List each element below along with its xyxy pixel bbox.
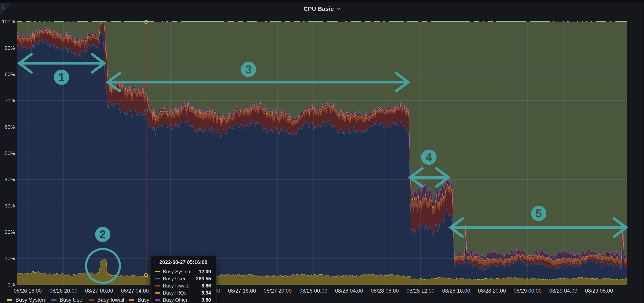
svg-text:4: 4	[426, 151, 432, 164]
callout-badge-2: 2	[95, 227, 110, 242]
legend-label: Busy Iowait	[97, 297, 124, 303]
y-tick-label: 30%	[0, 202, 15, 209]
tooltip-series-label: Busy IRQs:	[163, 290, 201, 296]
y-tick-label: 90%	[0, 45, 15, 51]
legend: Busy SystemBusy UserBusy IowaitBusy IRQs	[7, 297, 163, 303]
tooltip-series-value: 0.80	[201, 297, 211, 303]
tooltip-series-value: 12.09	[198, 269, 211, 274]
legend-item-busy-user[interactable]: Busy User	[51, 297, 84, 303]
tooltip-rows: Busy System:12.09Busy User:283.55Busy Io…	[150, 268, 216, 303]
chevron-down-icon	[336, 8, 340, 10]
svg-text:1: 1	[58, 71, 65, 84]
x-tick-label: 08/29 08:00	[578, 288, 620, 294]
hover-tooltip: 2022-08-27 05:16:00 Busy System:12.09Bus…	[150, 256, 216, 303]
tooltip-series-swatch	[155, 271, 160, 272]
y-tick-label: 50%	[0, 150, 15, 156]
y-tick-label: 10%	[0, 255, 15, 262]
tooltip-series-label: Busy User:	[163, 276, 196, 282]
tooltip-row: Busy Iowait:8.66	[150, 282, 216, 289]
legend-label: Busy User	[60, 297, 84, 303]
tooltip-series-value: 3.94	[201, 290, 211, 296]
tooltip-series-swatch	[155, 285, 160, 286]
legend-swatch	[129, 299, 134, 301]
svg-text:3: 3	[246, 63, 252, 76]
y-tick-label: 100%	[0, 18, 15, 25]
legend-item-busy-system[interactable]: Busy System	[7, 297, 46, 303]
tooltip-series-value: 8.66	[201, 283, 211, 289]
y-tick-label: 80%	[0, 71, 15, 78]
tooltip-series-swatch	[155, 292, 160, 294]
callout-badge-1: 1	[54, 70, 69, 85]
callout-badge-5: 5	[531, 206, 546, 221]
legend-label: Busy System	[16, 297, 46, 303]
tooltip-row: Busy IRQs:3.94	[150, 289, 216, 296]
tooltip-row: Busy User:283.55	[150, 275, 216, 282]
callout-badge-3: 3	[241, 62, 256, 77]
legend-swatch	[89, 299, 94, 301]
svg-text:5: 5	[536, 207, 542, 220]
tooltip-series-value: 283.55	[196, 276, 211, 282]
callout-badge-4: 4	[421, 150, 436, 165]
tooltip-series-swatch	[155, 299, 160, 301]
panel-title[interactable]: CPU Basic	[304, 6, 334, 12]
y-tick-label: 20%	[0, 229, 15, 235]
tooltip-series-label: Busy System:	[163, 269, 198, 274]
y-tick-label: 70%	[0, 98, 15, 104]
legend-item-busy-iowait[interactable]: Busy Iowait	[89, 297, 124, 303]
grafana-dashboard: { "panel": { "title": "CPU Basic", "info…	[0, 0, 644, 303]
y-tick-label: 0%	[0, 282, 15, 288]
tooltip-row: Busy Other:0.80	[150, 296, 216, 303]
tooltip-timestamp: 2022-08-27 05:16:00	[150, 259, 216, 265]
cpu-usage-chart[interactable]: 12345	[0, 0, 644, 303]
tooltip-row: Busy System:12.09	[150, 268, 216, 275]
panel-header[interactable]: CPU Basic	[0, 3, 644, 14]
svg-text:2: 2	[100, 228, 106, 241]
series-areas	[17, 21, 627, 285]
tooltip-series-swatch	[155, 278, 160, 280]
tooltip-series-label: Busy Iowait:	[163, 283, 201, 289]
tooltip-series-label: Busy Other:	[163, 297, 201, 303]
y-tick-label: 60%	[0, 124, 15, 130]
y-tick-label: 40%	[0, 176, 15, 182]
legend-swatch	[7, 299, 12, 301]
legend-swatch	[51, 299, 56, 301]
